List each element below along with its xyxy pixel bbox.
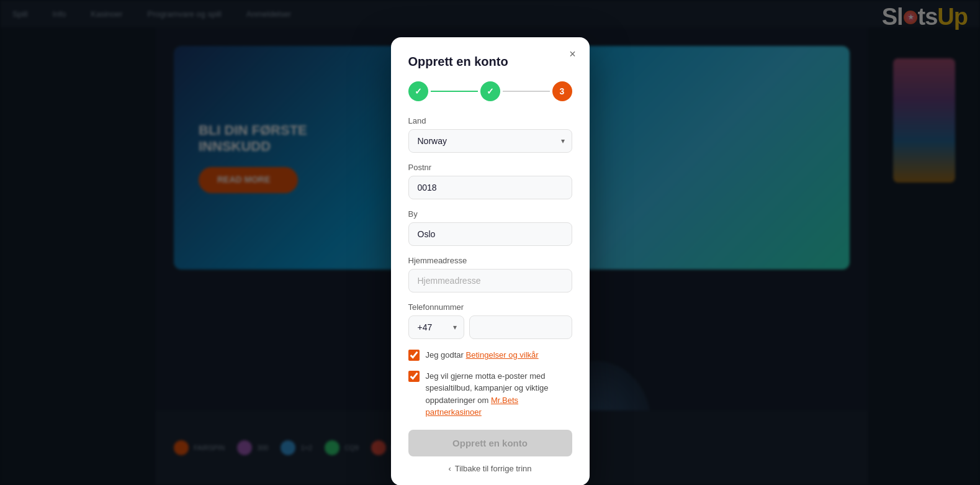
step-line-1 (431, 91, 478, 92)
country-label: Land (408, 116, 572, 125)
terms-link[interactable]: Betingelser og vilkår (466, 350, 539, 360)
by-field-group: By (408, 209, 572, 246)
modal: × Opprett en konto ✓ ✓ 3 Land Norway (391, 37, 590, 485)
country-field-group: Land Norway Sweden Denmark Finland Germa… (408, 116, 572, 153)
newsletter-checkbox-row: Jeg vil gjerne motta e-poster med spesia… (408, 370, 572, 419)
hjemmeadresse-label: Hjemmeadresse (408, 256, 572, 265)
phone-country-wrapper[interactable]: +47 +46 +45 +358 +49 ▾ (408, 315, 464, 339)
step-2: ✓ (480, 81, 500, 101)
telefonnummer-field-group: Telefonnummer +47 +46 +45 +358 +49 ▾ (408, 302, 572, 339)
steps-indicator: ✓ ✓ 3 (408, 81, 572, 101)
terms-checkbox-row: Jeg godtar Betingelser og vilkår (408, 349, 572, 361)
terms-text-before: Jeg godtar (426, 350, 466, 360)
step-2-label: ✓ (487, 86, 494, 96)
submit-button[interactable]: Opprett en konto (408, 430, 572, 456)
by-input[interactable] (408, 222, 572, 246)
step-3-label: 3 (560, 86, 565, 96)
step-line-2 (503, 91, 550, 92)
postnr-input[interactable] (408, 176, 572, 199)
by-label: By (408, 209, 572, 219)
newsletter-checkbox[interactable] (408, 371, 420, 382)
phone-number-input[interactable] (469, 315, 572, 339)
newsletter-label: Jeg vil gjerne motta e-poster med spesia… (426, 370, 572, 419)
phone-country-select[interactable]: +47 +46 +45 +358 +49 (408, 315, 464, 339)
telefonnummer-label: Telefonnummer (408, 302, 572, 312)
modal-overlay: × Opprett en konto ✓ ✓ 3 Land Norway (0, 0, 980, 485)
hjemmeadresse-field-group: Hjemmeadresse (408, 256, 572, 292)
close-button[interactable]: × (565, 46, 581, 62)
back-link[interactable]: ‹ Tilbake til forrige trinn (408, 464, 572, 473)
step-1: ✓ (408, 81, 428, 101)
terms-label: Jeg godtar Betingelser og vilkår (426, 349, 539, 361)
step-3: 3 (552, 81, 572, 101)
newsletter-text: Jeg vil gjerne motta e-poster med spesia… (426, 371, 549, 405)
country-select[interactable]: Norway Sweden Denmark Finland Germany (408, 129, 572, 153)
back-link-text: Tilbake til forrige trinn (455, 464, 532, 473)
step-1-label: ✓ (415, 86, 422, 96)
close-icon: × (569, 48, 576, 61)
phone-row: +47 +46 +45 +358 +49 ▾ (408, 315, 572, 339)
postnr-field-group: Postnr (408, 163, 572, 199)
terms-checkbox[interactable] (408, 350, 420, 361)
postnr-label: Postnr (408, 163, 572, 172)
country-select-wrapper[interactable]: Norway Sweden Denmark Finland Germany ▾ (408, 129, 572, 153)
modal-title: Opprett en konto (408, 55, 572, 69)
hjemmeadresse-input[interactable] (408, 269, 572, 292)
back-chevron-icon: ‹ (448, 464, 451, 473)
